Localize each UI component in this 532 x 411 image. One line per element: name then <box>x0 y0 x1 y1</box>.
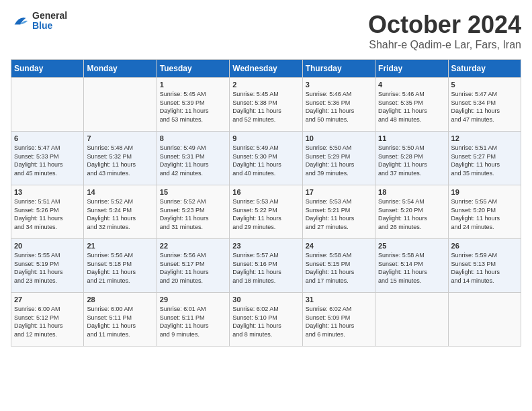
cell-info: Sunrise: 5:56 AM Sunset: 5:17 PM Dayligh… <box>160 251 226 285</box>
cell-info: Sunrise: 5:49 AM Sunset: 5:30 PM Dayligh… <box>232 144 299 177</box>
cell-info: Sunrise: 5:58 AM Sunset: 5:15 PM Dayligh… <box>306 251 372 285</box>
day-number: 16 <box>232 188 299 196</box>
calendar-cell <box>11 78 84 132</box>
day-number: 28 <box>87 295 153 304</box>
day-header-saturday: Saturday <box>448 60 521 78</box>
calendar-cell: 19Sunrise: 5:55 AM Sunset: 5:20 PM Dayli… <box>448 185 521 239</box>
calendar-cell: 27Sunrise: 6:00 AM Sunset: 5:12 PM Dayli… <box>11 293 84 347</box>
calendar-cell: 24Sunrise: 5:58 AM Sunset: 5:15 PM Dayli… <box>302 239 375 293</box>
day-number: 20 <box>14 242 81 250</box>
day-number: 7 <box>87 134 153 142</box>
calendar-cell: 15Sunrise: 5:52 AM Sunset: 5:23 PM Dayli… <box>157 185 229 239</box>
calendar-cell: 29Sunrise: 6:01 AM Sunset: 5:11 PM Dayli… <box>157 293 229 347</box>
cell-info: Sunrise: 6:02 AM Sunset: 5:10 PM Dayligh… <box>232 305 299 338</box>
day-header-wednesday: Wednesday <box>230 60 302 78</box>
day-header-monday: Monday <box>84 60 157 78</box>
cell-info: Sunrise: 5:57 AM Sunset: 5:16 PM Dayligh… <box>232 251 299 285</box>
cell-info: Sunrise: 5:56 AM Sunset: 5:18 PM Dayligh… <box>87 251 153 285</box>
day-number: 22 <box>160 242 226 250</box>
calendar-table: SundayMondayTuesdayWednesdayThursdayFrid… <box>11 59 521 347</box>
day-number: 2 <box>232 81 299 89</box>
day-number: 3 <box>306 81 372 89</box>
day-number: 15 <box>160 188 226 196</box>
calendar-cell: 10Sunrise: 5:50 AM Sunset: 5:29 PM Dayli… <box>302 132 375 185</box>
day-number: 13 <box>14 188 81 196</box>
day-header-tuesday: Tuesday <box>157 60 229 78</box>
cell-info: Sunrise: 5:47 AM Sunset: 5:34 PM Dayligh… <box>451 90 518 124</box>
cell-info: Sunrise: 5:45 AM Sunset: 5:39 PM Dayligh… <box>160 90 226 124</box>
day-number: 9 <box>232 134 299 142</box>
title-block: October 2024 Shahr-e Qadim-e Lar, Fars, … <box>368 11 521 51</box>
day-number: 18 <box>378 188 445 196</box>
calendar-cell: 12Sunrise: 5:51 AM Sunset: 5:27 PM Dayli… <box>448 132 521 185</box>
cell-info: Sunrise: 5:52 AM Sunset: 5:24 PM Dayligh… <box>87 197 153 231</box>
calendar-cell <box>448 293 521 347</box>
calendar-cell: 23Sunrise: 5:57 AM Sunset: 5:16 PM Dayli… <box>230 239 302 293</box>
cell-info: Sunrise: 6:00 AM Sunset: 5:12 PM Dayligh… <box>14 305 81 338</box>
day-number: 5 <box>451 81 518 89</box>
calendar-cell: 20Sunrise: 5:55 AM Sunset: 5:19 PM Dayli… <box>11 239 84 293</box>
week-row-5: 27Sunrise: 6:00 AM Sunset: 5:12 PM Dayli… <box>11 293 521 347</box>
logo: General Blue <box>11 11 67 32</box>
calendar-cell: 25Sunrise: 5:58 AM Sunset: 5:14 PM Dayli… <box>375 239 448 293</box>
calendar-cell: 2Sunrise: 5:45 AM Sunset: 5:38 PM Daylig… <box>230 78 302 132</box>
day-header-thursday: Thursday <box>302 60 375 78</box>
day-number: 11 <box>378 134 445 142</box>
calendar-cell: 5Sunrise: 5:47 AM Sunset: 5:34 PM Daylig… <box>448 78 521 132</box>
calendar-cell: 13Sunrise: 5:51 AM Sunset: 5:26 PM Dayli… <box>11 185 84 239</box>
cell-info: Sunrise: 5:53 AM Sunset: 5:21 PM Dayligh… <box>306 197 372 231</box>
cell-info: Sunrise: 5:54 AM Sunset: 5:20 PM Dayligh… <box>378 197 445 231</box>
cell-info: Sunrise: 5:50 AM Sunset: 5:29 PM Dayligh… <box>306 144 372 177</box>
cell-info: Sunrise: 5:50 AM Sunset: 5:28 PM Dayligh… <box>378 144 445 177</box>
calendar-cell: 26Sunrise: 5:59 AM Sunset: 5:13 PM Dayli… <box>448 239 521 293</box>
header-row: SundayMondayTuesdayWednesdayThursdayFrid… <box>11 60 521 78</box>
week-row-3: 13Sunrise: 5:51 AM Sunset: 5:26 PM Dayli… <box>11 185 521 239</box>
day-number: 30 <box>232 295 299 304</box>
cell-info: Sunrise: 5:49 AM Sunset: 5:31 PM Dayligh… <box>160 144 226 177</box>
location-subtitle: Shahr-e Qadim-e Lar, Fars, Iran <box>368 39 521 51</box>
calendar-cell: 18Sunrise: 5:54 AM Sunset: 5:20 PM Dayli… <box>375 185 448 239</box>
day-number: 12 <box>451 134 518 142</box>
calendar-cell: 14Sunrise: 5:52 AM Sunset: 5:24 PM Dayli… <box>84 185 157 239</box>
day-number: 19 <box>451 188 518 196</box>
calendar-cell: 16Sunrise: 5:53 AM Sunset: 5:22 PM Dayli… <box>230 185 302 239</box>
day-number: 24 <box>306 242 372 250</box>
day-number: 8 <box>160 134 226 142</box>
cell-info: Sunrise: 6:02 AM Sunset: 5:09 PM Dayligh… <box>306 305 372 338</box>
day-number: 31 <box>306 295 372 304</box>
day-number: 17 <box>306 188 372 196</box>
cell-info: Sunrise: 5:59 AM Sunset: 5:13 PM Dayligh… <box>451 251 518 285</box>
calendar-cell: 7Sunrise: 5:48 AM Sunset: 5:32 PM Daylig… <box>84 132 157 185</box>
cell-info: Sunrise: 5:53 AM Sunset: 5:22 PM Dayligh… <box>232 197 299 231</box>
logo-icon <box>11 11 30 30</box>
cell-info: Sunrise: 5:58 AM Sunset: 5:14 PM Dayligh… <box>378 251 445 285</box>
calendar-cell: 31Sunrise: 6:02 AM Sunset: 5:09 PM Dayli… <box>302 293 375 347</box>
day-number: 27 <box>14 295 81 304</box>
calendar-cell: 28Sunrise: 6:00 AM Sunset: 5:11 PM Dayli… <box>84 293 157 347</box>
week-row-1: 1Sunrise: 5:45 AM Sunset: 5:39 PM Daylig… <box>11 78 521 132</box>
day-number: 21 <box>87 242 153 250</box>
day-number: 10 <box>306 134 372 142</box>
day-number: 4 <box>378 81 445 89</box>
day-number: 23 <box>232 242 299 250</box>
calendar-cell: 30Sunrise: 6:02 AM Sunset: 5:10 PM Dayli… <box>230 293 302 347</box>
day-number: 14 <box>87 188 153 196</box>
calendar-cell: 17Sunrise: 5:53 AM Sunset: 5:21 PM Dayli… <box>302 185 375 239</box>
cell-info: Sunrise: 5:55 AM Sunset: 5:19 PM Dayligh… <box>14 251 81 285</box>
day-number: 1 <box>160 81 226 89</box>
cell-info: Sunrise: 5:55 AM Sunset: 5:20 PM Dayligh… <box>451 197 518 231</box>
cell-info: Sunrise: 5:52 AM Sunset: 5:23 PM Dayligh… <box>160 197 226 231</box>
calendar-cell: 11Sunrise: 5:50 AM Sunset: 5:28 PM Dayli… <box>375 132 448 185</box>
calendar-cell: 8Sunrise: 5:49 AM Sunset: 5:31 PM Daylig… <box>157 132 229 185</box>
calendar-cell <box>84 78 157 132</box>
cell-info: Sunrise: 5:47 AM Sunset: 5:33 PM Dayligh… <box>14 144 81 177</box>
day-number: 29 <box>160 295 226 304</box>
day-number: 26 <box>451 242 518 250</box>
page-header: General Blue October 2024 Shahr-e Qadim-… <box>11 11 521 51</box>
cell-info: Sunrise: 5:51 AM Sunset: 5:27 PM Dayligh… <box>451 144 518 177</box>
logo-text-line2: Blue <box>32 21 67 31</box>
cell-info: Sunrise: 5:45 AM Sunset: 5:38 PM Dayligh… <box>232 90 299 124</box>
day-header-sunday: Sunday <box>11 60 84 78</box>
logo-text-line1: General <box>32 11 67 21</box>
calendar-cell: 21Sunrise: 5:56 AM Sunset: 5:18 PM Dayli… <box>84 239 157 293</box>
